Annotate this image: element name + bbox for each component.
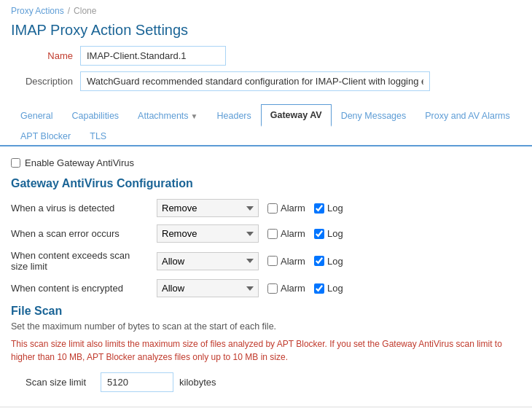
- config-label-scan-size: When content exceeds scansize limit: [11, 250, 157, 272]
- name-input[interactable]: [80, 46, 226, 66]
- file-scan-section: File Scan Set the maximum number of byte…: [11, 305, 521, 392]
- log-checkbox-virus[interactable]: [314, 203, 324, 214]
- alarm-label-virus[interactable]: Alarm: [267, 203, 305, 214]
- tabs-bar: General Capabilities Attachments ▼ Heade…: [0, 104, 532, 146]
- footer-buttons: SAVE CANCEL: [0, 407, 532, 411]
- log-label-scan-size[interactable]: Log: [314, 256, 343, 267]
- enable-gateway-av-row: Enable Gateway AntiVirus: [11, 157, 521, 168]
- config-row-scan-error: When a scan error occurs Remove Allow Dr…: [11, 224, 521, 243]
- form-section: Name Description: [0, 46, 532, 104]
- alarm-checkbox-encrypted[interactable]: [267, 283, 278, 294]
- scan-size-unit: kilobytes: [179, 377, 216, 388]
- config-row-encrypted: When content is encrypted Allow Remove D…: [11, 279, 521, 297]
- description-input[interactable]: [80, 71, 430, 91]
- tab-general[interactable]: General: [11, 104, 62, 127]
- tab-attachments[interactable]: Attachments ▼: [128, 104, 207, 127]
- alarm-log-virus: Alarm Log: [267, 203, 343, 214]
- log-checkbox-scan-size[interactable]: [314, 256, 324, 266]
- breadcrumb: Proxy Actions / Clone: [0, 0, 532, 19]
- scan-size-input[interactable]: [101, 372, 173, 392]
- tab-headers[interactable]: Headers: [208, 104, 261, 127]
- file-scan-info: This scan size limit also limits the max…: [11, 337, 521, 364]
- tab-tls[interactable]: TLS: [80, 125, 116, 146]
- gateway-config-title: Gateway AntiVirus Configuration: [11, 177, 521, 190]
- name-label: Name: [11, 50, 80, 61]
- name-row: Name: [11, 46, 521, 66]
- alarm-label-scan-size[interactable]: Alarm: [267, 256, 305, 267]
- attachments-dropdown-arrow: ▼: [191, 112, 198, 120]
- enable-gateway-av-label[interactable]: Enable Gateway AntiVirus: [25, 157, 134, 168]
- scan-size-label: Scan size limit: [26, 377, 95, 388]
- page-title: IMAP Proxy Action Settings: [0, 19, 532, 46]
- config-label-encrypted: When content is encrypted: [11, 283, 157, 294]
- config-row-virus: When a virus is detected Remove Allow Dr…: [11, 199, 521, 217]
- config-select-encrypted[interactable]: Allow Remove Drop Block: [157, 279, 259, 297]
- description-row: Description: [11, 71, 521, 91]
- log-label-scan-error[interactable]: Log: [314, 228, 343, 239]
- log-checkbox-encrypted[interactable]: [314, 283, 324, 294]
- alarm-checkbox-virus[interactable]: [267, 203, 278, 214]
- tab-apt-blocker[interactable]: APT Blocker: [11, 125, 80, 146]
- breadcrumb-parent[interactable]: Proxy Actions: [11, 6, 64, 16]
- description-label: Description: [11, 76, 80, 87]
- content-area: Enable Gateway AntiVirus Gateway AntiVir…: [0, 154, 532, 399]
- alarm-checkbox-scan-error[interactable]: [267, 229, 278, 239]
- scan-size-row: Scan size limit kilobytes: [26, 372, 521, 392]
- alarm-checkbox-scan-size[interactable]: [267, 256, 278, 266]
- breadcrumb-current: Clone: [74, 6, 96, 16]
- enable-gateway-av-checkbox[interactable]: [11, 158, 20, 168]
- config-select-scan-size[interactable]: Allow Remove Drop Block: [157, 252, 259, 270]
- log-label-encrypted[interactable]: Log: [314, 283, 343, 294]
- alarm-log-scan-size: Alarm Log: [267, 256, 343, 267]
- alarm-log-scan-error: Alarm Log: [267, 228, 343, 239]
- tab-deny-messages[interactable]: Deny Messages: [332, 104, 416, 127]
- tab-gateway-av[interactable]: Gateway AV: [261, 104, 332, 127]
- tab-capabilities[interactable]: Capabilities: [62, 104, 128, 127]
- tab-proxy-av-alarms[interactable]: Proxy and AV Alarms: [415, 104, 520, 127]
- log-label-virus[interactable]: Log: [314, 203, 343, 214]
- config-select-scan-error[interactable]: Remove Allow Drop Block: [157, 224, 259, 243]
- breadcrumb-separator: /: [68, 6, 70, 16]
- alarm-log-encrypted: Alarm Log: [267, 283, 343, 294]
- file-scan-desc: Set the maximum number of bytes to scan …: [11, 321, 521, 332]
- config-row-scan-size: When content exceeds scansize limit Allo…: [11, 250, 521, 272]
- config-select-virus[interactable]: Remove Allow Drop Block: [157, 199, 259, 217]
- log-checkbox-scan-error[interactable]: [314, 229, 324, 239]
- config-label-virus: When a virus is detected: [11, 203, 157, 214]
- alarm-label-encrypted[interactable]: Alarm: [267, 283, 305, 294]
- config-label-scan-error: When a scan error occurs: [11, 228, 157, 239]
- alarm-label-scan-error[interactable]: Alarm: [267, 228, 305, 239]
- file-scan-title: File Scan: [11, 305, 521, 318]
- gateway-config-section: Gateway AntiVirus Configuration When a v…: [11, 177, 521, 297]
